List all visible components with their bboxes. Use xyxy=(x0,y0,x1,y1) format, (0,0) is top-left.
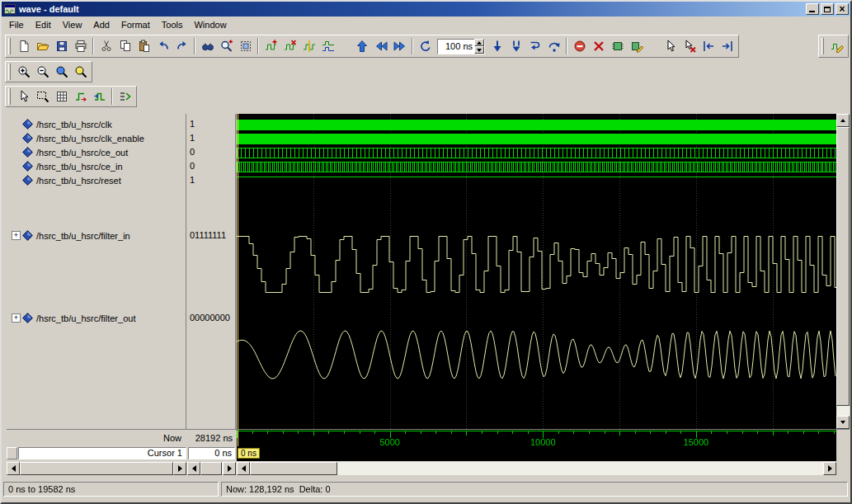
zoom-out-button[interactable] xyxy=(33,63,52,81)
wave-scrollbar[interactable] xyxy=(237,462,836,475)
signal-value[interactable]: 01111111 xyxy=(187,229,235,242)
maximize-button[interactable] xyxy=(821,3,834,15)
compare-wave-button[interactable] xyxy=(318,37,337,55)
stretch-edge-button[interactable] xyxy=(71,87,90,106)
cut-button[interactable] xyxy=(96,37,115,55)
signal-row[interactable]: /hsrc_tb/u_hsrc/reset xyxy=(7,174,186,186)
toolbar-grip[interactable] xyxy=(8,38,11,54)
delete-pointer-button[interactable] xyxy=(680,37,699,55)
menu-window[interactable]: Window xyxy=(188,18,232,31)
minimize-button[interactable] xyxy=(806,3,819,15)
cursor-name-field[interactable]: Cursor 1 xyxy=(18,447,186,459)
cursor-track[interactable]: 0 ns xyxy=(237,446,836,461)
run-button[interactable] xyxy=(487,37,506,55)
run-length-increase-button[interactable] xyxy=(474,39,484,46)
run-length-decrease-button[interactable] xyxy=(474,46,484,54)
find-button[interactable] xyxy=(198,37,217,55)
signal-row[interactable]: /hsrc_tb/u_hsrc/ce_in xyxy=(7,160,186,172)
paste-button[interactable] xyxy=(134,37,153,55)
zoom-range-button[interactable] xyxy=(71,63,90,81)
menu-add[interactable]: Add xyxy=(87,18,115,31)
step-button[interactable] xyxy=(525,37,544,55)
insert-cursor-button[interactable] xyxy=(299,37,318,55)
signal-row[interactable]: /hsrc_tb/u_hsrc/clk xyxy=(7,118,186,130)
wave-edit-button[interactable] xyxy=(827,37,846,55)
signal-row[interactable]: +/hsrc_tb/u_hsrc/filter_out xyxy=(7,312,186,324)
restart-button[interactable] xyxy=(416,37,435,55)
select-mode-button[interactable] xyxy=(14,87,33,106)
add-wave-button[interactable] xyxy=(261,37,280,55)
cursor-time-tag[interactable]: 0 ns xyxy=(238,448,260,459)
signal-value[interactable]: 0 xyxy=(187,160,235,172)
menu-edit[interactable]: Edit xyxy=(30,18,57,31)
continue-button[interactable] xyxy=(506,37,525,55)
cursor-lock-button[interactable] xyxy=(7,447,17,459)
close-button[interactable]: × xyxy=(836,3,849,15)
values-scroll-left-button[interactable] xyxy=(187,462,200,475)
signal-value[interactable]: 1 xyxy=(187,132,235,144)
zoom-in-button[interactable] xyxy=(14,63,33,81)
go-up-button[interactable] xyxy=(352,37,371,55)
names-scroll-left-button[interactable] xyxy=(7,462,20,475)
vertical-scrollbar[interactable] xyxy=(836,114,850,429)
waveform-canvas[interactable] xyxy=(237,114,836,429)
move-edge-button[interactable] xyxy=(90,87,109,106)
timeline-ruler-canvas[interactable] xyxy=(237,430,836,447)
signal-value[interactable]: 1 xyxy=(187,174,235,186)
open-folder-button[interactable] xyxy=(33,37,52,55)
cursor-value-field[interactable]: 0 ns xyxy=(188,447,235,459)
values-scrollbar[interactable] xyxy=(187,462,236,475)
redo-button[interactable] xyxy=(172,37,191,55)
zoom-mode-button[interactable] xyxy=(33,87,52,106)
toolbar-grip[interactable] xyxy=(8,88,11,105)
signal-value[interactable]: 1 xyxy=(187,118,235,130)
memory-edit-button[interactable] xyxy=(627,37,646,55)
names-scrollbar[interactable] xyxy=(7,462,186,475)
zoom-full-button[interactable] xyxy=(52,63,71,81)
jump-left-button[interactable] xyxy=(699,37,718,55)
select-all-button[interactable] xyxy=(236,37,255,55)
names-scroll-thumb[interactable] xyxy=(20,462,173,475)
toolbar-grip[interactable] xyxy=(821,38,824,54)
signal-row[interactable]: /hsrc_tb/u_hsrc/ce_out xyxy=(7,146,186,158)
scroll-up-button[interactable] xyxy=(836,114,850,127)
signal-row[interactable]: /hsrc_tb/u_hsrc/clk_enable xyxy=(7,132,186,144)
signal-value[interactable]: 0 xyxy=(187,146,235,158)
expand-toggle[interactable]: + xyxy=(12,231,21,240)
vertical-scroll-thumb[interactable] xyxy=(836,127,850,406)
wave-scroll-thumb[interactable] xyxy=(250,462,337,475)
values-scroll-thumb[interactable] xyxy=(200,462,222,475)
find-next-button[interactable] xyxy=(217,37,236,55)
pattern-mode-button[interactable] xyxy=(52,87,71,106)
menu-tools[interactable]: Tools xyxy=(156,18,189,31)
menu-file[interactable]: File xyxy=(3,18,30,31)
break-button[interactable] xyxy=(570,37,589,55)
copy-button[interactable] xyxy=(115,37,134,55)
save-button[interactable] xyxy=(52,37,71,55)
toolbar-grip[interactable] xyxy=(8,64,11,80)
jump-right-button[interactable] xyxy=(718,37,737,55)
signal-row[interactable]: +/hsrc_tb/u_hsrc/filter_in xyxy=(7,229,186,242)
title-bar[interactable]: wave - default × xyxy=(2,2,850,16)
fast-backward-button[interactable] xyxy=(371,37,390,55)
names-scroll-right-button[interactable] xyxy=(173,462,186,475)
bus-options-button[interactable] xyxy=(115,87,134,106)
pointer-button[interactable] xyxy=(661,37,680,55)
step-over-button[interactable] xyxy=(544,37,563,55)
signal-value[interactable]: 00000000 xyxy=(187,312,235,324)
wave-scroll-left-button[interactable] xyxy=(237,462,250,475)
undo-button[interactable] xyxy=(153,37,172,55)
kill-button[interactable] xyxy=(589,37,608,55)
memory-view-button[interactable] xyxy=(608,37,627,55)
menu-view[interactable]: View xyxy=(57,18,88,31)
scroll-down-button[interactable] xyxy=(836,416,850,429)
print-button[interactable] xyxy=(71,37,90,55)
delete-wave-button[interactable] xyxy=(280,37,299,55)
menu-format[interactable]: Format xyxy=(115,18,156,31)
expand-toggle[interactable]: + xyxy=(12,313,21,323)
fast-forward-button[interactable] xyxy=(390,37,409,55)
wave-scroll-right-button[interactable] xyxy=(823,462,836,475)
new-file-button[interactable] xyxy=(14,37,33,55)
run-length-input[interactable] xyxy=(438,40,474,53)
values-scroll-right-button[interactable] xyxy=(223,462,236,475)
